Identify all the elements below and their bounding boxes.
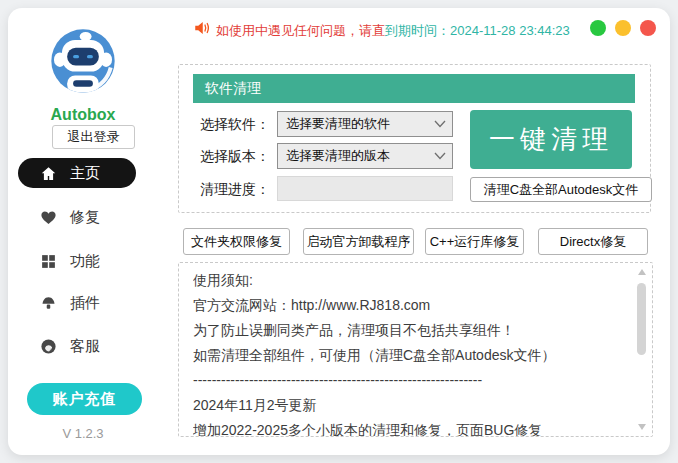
headset-icon: [40, 338, 57, 355]
lamp-icon: [40, 295, 57, 312]
sidebar-item-support[interactable]: 客服: [18, 331, 136, 361]
heart-icon: [40, 209, 57, 226]
speaker-icon: [193, 19, 211, 37]
logout-button[interactable]: 退出登录: [52, 125, 135, 149]
sidebar-item-home[interactable]: 主页: [18, 158, 136, 188]
software-label: 选择软件：: [200, 111, 276, 137]
note-line: 如需清理全部组件，可使用（清理C盘全部Autodesk文件）: [193, 343, 626, 368]
sidebar-item-label: 修复: [70, 208, 100, 227]
version-text: V 1.2.3: [8, 426, 158, 441]
yellow-dot-button[interactable]: [615, 20, 631, 36]
official-uninstaller-button[interactable]: 启动官方卸载程序: [303, 228, 414, 255]
scroll-up-arrow-icon[interactable]: [638, 269, 646, 275]
clean-c-drive-button[interactable]: 清理C盘全部Autodesk文件: [470, 177, 652, 202]
expiry-label: 到期时间：: [385, 23, 450, 38]
note-line: 使用须知:: [193, 268, 626, 293]
recharge-button[interactable]: 账户充值: [27, 383, 142, 415]
sidebar-item-label: 主页: [70, 164, 100, 183]
notice-marquee: 如使用中遇见任何问题，请直: [216, 22, 385, 40]
home-icon: [40, 165, 57, 182]
version-select[interactable]: 选择要清理的版本: [277, 143, 453, 169]
note-divider: ----------------------------------------…: [193, 368, 626, 393]
cpp-runtime-repair-button[interactable]: C++运行库修复: [425, 228, 524, 255]
section-header: 软件清理: [193, 74, 635, 103]
version-label: 选择版本：: [200, 143, 276, 169]
grid-icon: [40, 253, 57, 270]
expiry-time: 到期时间：2024-11-28 23:44:23: [385, 22, 570, 40]
app-window: 如使用中遇见任何问题，请直 到期时间：2024-11-28 23:44:23 A…: [8, 8, 670, 455]
chevron-down-icon: [434, 120, 446, 128]
software-select-value: 选择要清理的软件: [286, 115, 434, 133]
directx-repair-button[interactable]: Directx修复: [538, 228, 648, 255]
autobox-logo: [50, 28, 116, 94]
note-line: 为了防止误删同类产品，清理项目不包括共享组件！: [193, 318, 626, 343]
sidebar-item-plugins[interactable]: 插件: [18, 288, 136, 318]
brand-name: Autobox: [8, 106, 158, 124]
chevron-down-icon: [434, 152, 446, 160]
usage-notes: 使用须知: 官方交流网站：http://www.RJ818.com 为了防止误删…: [193, 268, 626, 437]
expiry-value: 2024-11-28 23:44:23: [450, 23, 570, 38]
green-dot-button[interactable]: [590, 20, 606, 36]
note-line: 2024年11月2号更新: [193, 393, 626, 418]
note-line: 增加2022-2025多个小版本的清理和修复，页面BUG修复: [193, 418, 626, 437]
sidebar-item-label: 客服: [70, 337, 100, 356]
notes-scrollbar[interactable]: [636, 267, 648, 432]
version-select-value: 选择要清理的版本: [286, 147, 434, 165]
sidebar-item-label: 功能: [70, 252, 100, 271]
scrollbar-thumb[interactable]: [637, 283, 646, 355]
progress-label: 清理进度：: [200, 176, 276, 202]
folder-permission-repair-button[interactable]: 文件夹权限修复: [183, 228, 290, 255]
red-dot-button[interactable]: [640, 20, 656, 36]
software-select[interactable]: 选择要清理的软件: [277, 111, 453, 137]
sidebar-item-repair[interactable]: 修复: [18, 202, 136, 232]
progress-bar: [277, 176, 453, 201]
note-line: 官方交流网站：http://www.RJ818.com: [193, 293, 626, 318]
scroll-down-arrow-icon[interactable]: [638, 424, 646, 430]
one-click-clean-button[interactable]: 一键清理: [470, 110, 632, 169]
notes-panel: 使用须知: 官方交流网站：http://www.RJ818.com 为了防止误删…: [178, 262, 653, 437]
sidebar-item-features[interactable]: 功能: [18, 246, 136, 276]
sidebar-item-label: 插件: [70, 294, 100, 313]
